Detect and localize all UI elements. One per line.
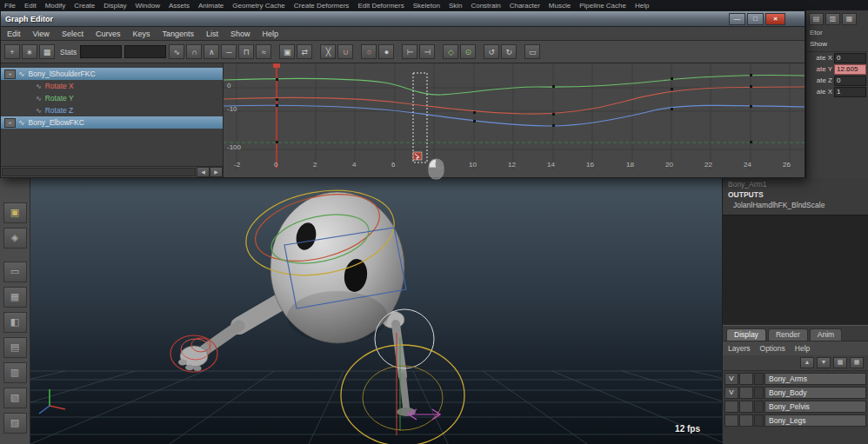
graph-editor-menu-item[interactable]: Curves: [90, 30, 127, 38]
four-pane-layout-icon[interactable]: ▦: [3, 287, 27, 308]
minimize-button[interactable]: —: [729, 13, 745, 25]
new-layer-from-selected-icon[interactable]: ▦: [850, 357, 864, 368]
graph-editor-menu-item[interactable]: Help: [256, 30, 284, 38]
maximize-button[interactable]: □: [747, 13, 764, 25]
main-menu-item[interactable]: Edit: [20, 2, 41, 10]
close-button[interactable]: ×: [765, 13, 785, 25]
main-menu-item[interactable]: Help: [631, 2, 653, 10]
layer-name[interactable]: Bony_Legs: [765, 414, 866, 427]
tool-settings-toggle-icon[interactable]: ▥: [825, 13, 840, 25]
main-menu-item[interactable]: Constrain: [466, 2, 504, 10]
graph-editor-menu-item[interactable]: Show: [224, 30, 257, 38]
main-menu-item[interactable]: Muscle: [544, 2, 575, 10]
attribute-editor-toggle-icon[interactable]: ▤: [809, 13, 824, 25]
stats-value-field[interactable]: [124, 45, 166, 58]
swap-buffer-curve-icon[interactable]: ⇄: [297, 44, 312, 59]
graph-editor-menu-item[interactable]: View: [27, 30, 56, 38]
layer-visibility-toggle[interactable]: [724, 401, 738, 413]
layer-menu-item[interactable]: Options: [760, 344, 785, 353]
graph-plot-region[interactable]: 0 -10 -100 -202468101214161820222426: [224, 63, 805, 177]
channel-box-toggle-icon[interactable]: ▦: [842, 13, 857, 25]
layer-name[interactable]: Bony_Pelvis: [765, 401, 866, 413]
graph-editor-menu-item[interactable]: Edit: [1, 30, 27, 38]
graph-editor-menu-item[interactable]: Tangents: [156, 30, 200, 38]
pre-infinity-cycle-icon[interactable]: ↺: [484, 44, 499, 59]
layer-display-type-box[interactable]: [739, 414, 753, 427]
two-pane-side-layout-icon[interactable]: ▥: [3, 362, 27, 383]
layer-display-type-box[interactable]: [739, 401, 753, 413]
pin-channel-icon[interactable]: ⊙: [460, 44, 476, 59]
free-tangent-weight-icon[interactable]: ○: [361, 44, 377, 59]
value-snap-icon[interactable]: ⊣: [419, 44, 435, 59]
graph-editor-menu-item[interactable]: Keys: [126, 30, 156, 38]
layer-name[interactable]: Bony_Body: [765, 387, 866, 399]
main-menu-item[interactable]: Edit Deformers: [353, 2, 408, 10]
layer-name[interactable]: Bony_Arms: [765, 373, 866, 385]
move-layer-down-icon[interactable]: ▼: [817, 357, 831, 368]
main-menu-item[interactable]: Animate: [194, 2, 228, 10]
hypergraph-persp-layout-icon[interactable]: ▨: [3, 413, 27, 434]
layer-visibility-toggle[interactable]: [724, 414, 738, 427]
move-nearest-picked-key-tool-icon[interactable]: +: [4, 44, 20, 59]
plateau-tangents-icon[interactable]: ≈: [256, 44, 271, 59]
post-infinity-cycle-icon[interactable]: ↻: [501, 44, 517, 59]
tab-render[interactable]: Render: [768, 328, 808, 341]
layer-menu-item[interactable]: Layers: [728, 344, 751, 353]
move-layer-up-icon[interactable]: ▲: [800, 357, 814, 368]
main-menu-item[interactable]: Create Deformers: [290, 2, 354, 10]
clamped-tangents-icon[interactable]: ∩: [186, 44, 202, 59]
outliner-scrollbar[interactable]: ◀ ▶: [1, 166, 223, 177]
flat-tangents-icon[interactable]: ─: [221, 44, 237, 59]
layer-row[interactable]: V Bony_Arms: [724, 373, 866, 385]
outliner-node-row[interactable]: + ∿ Bony_lShoulderFKC: [1, 68, 223, 80]
main-menu-item[interactable]: Pipeline Cache: [575, 2, 631, 10]
main-menu-item[interactable]: Geometry Cache: [228, 2, 289, 10]
layer-row[interactable]: Bony_Pelvis: [724, 401, 866, 413]
channel-value-field[interactable]: 1: [834, 87, 866, 97]
lattice-deform-keys-tool-icon[interactable]: ▦: [39, 44, 55, 59]
main-menu-item[interactable]: Character: [505, 2, 544, 10]
perspective-viewport[interactable]: 12 fps: [30, 178, 722, 444]
main-menu-item[interactable]: Skin: [444, 2, 467, 10]
linear-tangents-icon[interactable]: ∧: [204, 44, 219, 59]
main-menu-item[interactable]: Assets: [164, 2, 194, 10]
outliner-node-row[interactable]: + ∿ Bony_ElbowFKC: [1, 116, 223, 129]
time-snap-icon[interactable]: ⊢: [402, 44, 417, 59]
scroll-right-icon[interactable]: ▶: [210, 167, 223, 177]
layer-visibility-toggle[interactable]: V: [724, 373, 738, 385]
outliner-persp-layout-icon[interactable]: ◧: [3, 312, 27, 333]
main-menu-item[interactable]: Display: [99, 2, 130, 10]
template-channel-icon[interactable]: ◇: [443, 44, 458, 59]
step-tangents-icon[interactable]: ⊓: [238, 44, 254, 59]
expand-node-icon[interactable]: +: [4, 118, 16, 128]
output-node-item[interactable]: JolanlHamdlhFK_BlndScale: [723, 199, 868, 212]
three-pane-split-layout-icon[interactable]: ▧: [3, 388, 27, 408]
layer-menu-item[interactable]: Help: [795, 344, 810, 353]
graph-editor-menu-item[interactable]: List: [200, 30, 224, 38]
two-pane-stacked-layout-icon[interactable]: ▤: [3, 337, 27, 358]
channel-box-show-menu[interactable]: Show: [806, 37, 868, 52]
main-menu-item[interactable]: File: [0, 2, 20, 10]
main-menu-item[interactable]: Create: [70, 2, 99, 10]
main-menu-item[interactable]: Modify: [41, 2, 70, 10]
channel-value-field[interactable]: 12.605: [834, 64, 866, 75]
outliner-channel-row[interactable]: ∿ Rotate Y: [1, 92, 223, 104]
single-pane-layout-icon[interactable]: ▭: [3, 262, 27, 282]
layer-visibility-toggle[interactable]: V: [724, 387, 738, 399]
snap-mode-icon[interactable]: ◈: [3, 228, 27, 249]
outliner-channel-row[interactable]: ∿ Rotate X: [1, 80, 223, 92]
layer-display-type-box[interactable]: [739, 387, 753, 399]
tab-anim[interactable]: Anim: [810, 328, 842, 341]
lock-tangent-weight-icon[interactable]: ●: [378, 44, 394, 59]
layer-row[interactable]: Bony_Legs: [724, 414, 866, 427]
graph-editor-titlebar[interactable]: Graph Editor — □ ×: [1, 11, 805, 27]
poly-cube-icon[interactable]: ▣: [3, 202, 27, 223]
frame-playback-range-icon[interactable]: ▭: [524, 44, 540, 59]
break-tangents-icon[interactable]: ╳: [320, 44, 336, 59]
insert-keys-tool-icon[interactable]: ∗: [22, 44, 37, 59]
scroll-left-icon[interactable]: ◀: [197, 167, 210, 177]
channel-value-field[interactable]: 0: [834, 76, 866, 86]
expand-node-icon[interactable]: +: [4, 70, 16, 79]
buffer-curve-snapshot-icon[interactable]: ▣: [279, 44, 295, 59]
main-menu-item[interactable]: Window: [131, 2, 164, 10]
